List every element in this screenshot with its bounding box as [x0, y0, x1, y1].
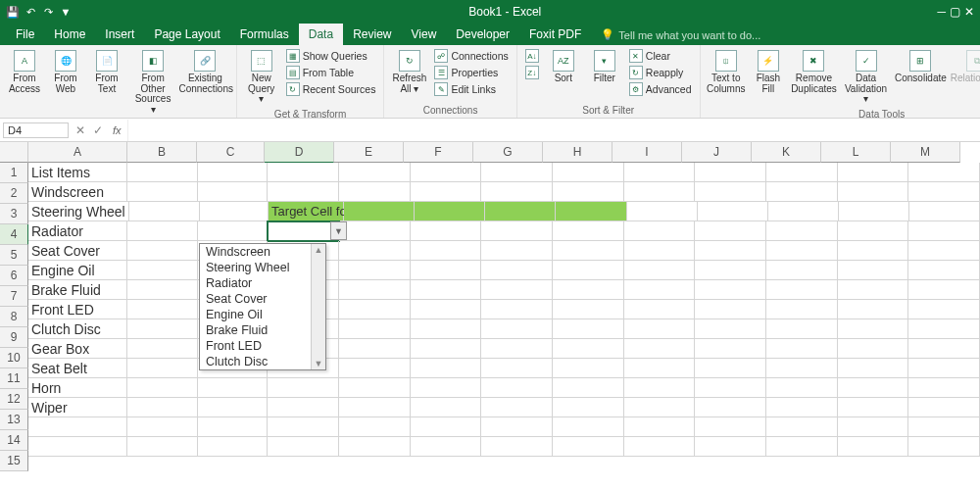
cell-D4[interactable]: [268, 221, 339, 241]
cell-B3[interactable]: [129, 202, 200, 221]
cell-M11[interactable]: [908, 359, 980, 378]
cell-J2[interactable]: [695, 182, 766, 202]
cell-C3[interactable]: [200, 202, 269, 221]
minimize-icon[interactable]: ─: [937, 5, 946, 19]
cell-H5[interactable]: [553, 241, 624, 261]
cell-C15[interactable]: [198, 437, 268, 457]
cell-B15[interactable]: [127, 437, 199, 457]
ribbon-btn-from-table[interactable]: ▤From Table: [284, 65, 378, 80]
cell-A4[interactable]: Radiator: [28, 221, 127, 241]
cell-M5[interactable]: [908, 241, 980, 261]
cell-G14[interactable]: [481, 417, 553, 437]
cell-I4[interactable]: [624, 221, 696, 241]
dropdown-option[interactable]: Clutch Disc: [200, 354, 311, 369]
col-header-H[interactable]: H: [543, 142, 612, 163]
cell-F3[interactable]: [415, 202, 485, 221]
cell-D15[interactable]: [268, 437, 339, 457]
cell-F6[interactable]: [411, 261, 482, 280]
cell-K13[interactable]: [766, 398, 838, 417]
cell-M13[interactable]: [908, 398, 980, 417]
cell-L13[interactable]: [838, 398, 909, 417]
cell-F15[interactable]: [411, 437, 482, 457]
cell-J12[interactable]: [695, 378, 766, 398]
cell-J9[interactable]: [695, 319, 766, 339]
cell-H10[interactable]: [553, 339, 624, 359]
cell-H11[interactable]: [553, 359, 624, 378]
cell-J10[interactable]: [695, 339, 766, 359]
cell-C2[interactable]: [198, 182, 268, 202]
cell-F2[interactable]: [411, 182, 482, 202]
cell-A3[interactable]: Steering Wheel: [28, 202, 129, 221]
cell-H13[interactable]: [553, 398, 624, 417]
dropdown-option[interactable]: Radiator: [200, 275, 311, 291]
cell-G7[interactable]: [481, 280, 553, 300]
cell-G5[interactable]: [481, 241, 553, 261]
dropdown-option[interactable]: Engine Oil: [200, 307, 311, 322]
ribbon-btn-remove-duplicates[interactable]: ✖Remove Duplicates: [791, 48, 837, 96]
ribbon-btn-from-access[interactable]: AFrom Access: [6, 48, 43, 96]
col-header-D[interactable]: D: [265, 142, 334, 163]
dropdown-option[interactable]: Seat Cover: [200, 291, 311, 307]
cell-H1[interactable]: [553, 163, 624, 182]
cell-D12[interactable]: [268, 378, 339, 398]
cell-G11[interactable]: [481, 359, 553, 378]
cell-E10[interactable]: [339, 339, 411, 359]
cell-F8[interactable]: [411, 300, 482, 319]
tab-formulas[interactable]: Formulas: [230, 24, 299, 45]
cell-D14[interactable]: [268, 417, 339, 437]
row-header-2[interactable]: 2: [0, 183, 28, 204]
cell-L12[interactable]: [838, 378, 909, 398]
cell-B9[interactable]: [127, 319, 199, 339]
cell-E15[interactable]: [339, 437, 411, 457]
col-header-F[interactable]: F: [404, 142, 473, 163]
cell-F7[interactable]: [411, 280, 482, 300]
cell-H2[interactable]: [553, 182, 624, 202]
fx-icon[interactable]: fx: [107, 124, 127, 136]
cell-F1[interactable]: [411, 163, 482, 182]
cell-B12[interactable]: [127, 378, 199, 398]
cell-K15[interactable]: [766, 437, 838, 457]
cell-K14[interactable]: [766, 417, 838, 437]
dropdown-option[interactable]: Steering Wheel: [200, 260, 311, 275]
cell-K1[interactable]: [766, 163, 838, 182]
row-header-1[interactable]: 1: [0, 163, 28, 183]
cell-M12[interactable]: [908, 378, 980, 398]
cell-B4[interactable]: [127, 221, 199, 241]
cell-L4[interactable]: [838, 221, 909, 241]
col-header-C[interactable]: C: [197, 142, 265, 163]
cell-K8[interactable]: [766, 300, 838, 319]
cell-F9[interactable]: [411, 319, 482, 339]
cell-A11[interactable]: Seat Belt: [28, 359, 127, 378]
col-header-I[interactable]: I: [612, 142, 682, 163]
cell-G2[interactable]: [481, 182, 553, 202]
cell-K6[interactable]: [766, 261, 838, 280]
row-header-14[interactable]: 14: [0, 430, 28, 451]
undo-icon[interactable]: ↶: [24, 5, 37, 19]
scroll-up-icon[interactable]: ▲: [315, 244, 323, 256]
cell-D1[interactable]: [268, 163, 339, 182]
row-header-8[interactable]: 8: [0, 307, 28, 327]
cell-G3[interactable]: [485, 202, 556, 221]
row-header-6[interactable]: 6: [0, 266, 28, 286]
tab-review[interactable]: Review: [343, 24, 401, 45]
ribbon-btn-clear[interactable]: ✕Clear: [627, 48, 694, 64]
cell-I14[interactable]: [624, 417, 696, 437]
ribbon-btn-from-web[interactable]: 🌐From Web: [47, 48, 84, 96]
cell-A10[interactable]: Gear Box: [28, 339, 127, 359]
cell-L7[interactable]: [838, 280, 909, 300]
cell-I15[interactable]: [624, 437, 696, 457]
row-header-7[interactable]: 7: [0, 286, 28, 307]
cell-L6[interactable]: [838, 261, 909, 280]
cell-B2[interactable]: [127, 182, 199, 202]
cell-H8[interactable]: [553, 300, 624, 319]
cell-M14[interactable]: [908, 417, 980, 437]
cell-J4[interactable]: [695, 221, 766, 241]
cell-H12[interactable]: [553, 378, 624, 398]
row-header-15[interactable]: 15: [0, 451, 28, 471]
save-icon[interactable]: 💾: [6, 5, 20, 19]
cell-A9[interactable]: Clutch Disc: [28, 319, 127, 339]
row-header-13[interactable]: 13: [0, 410, 28, 430]
ribbon-btn-text-to-columns[interactable]: ⎅Text to Columns: [707, 48, 746, 96]
scroll-track[interactable]: [312, 256, 325, 358]
cell-B7[interactable]: [127, 280, 199, 300]
